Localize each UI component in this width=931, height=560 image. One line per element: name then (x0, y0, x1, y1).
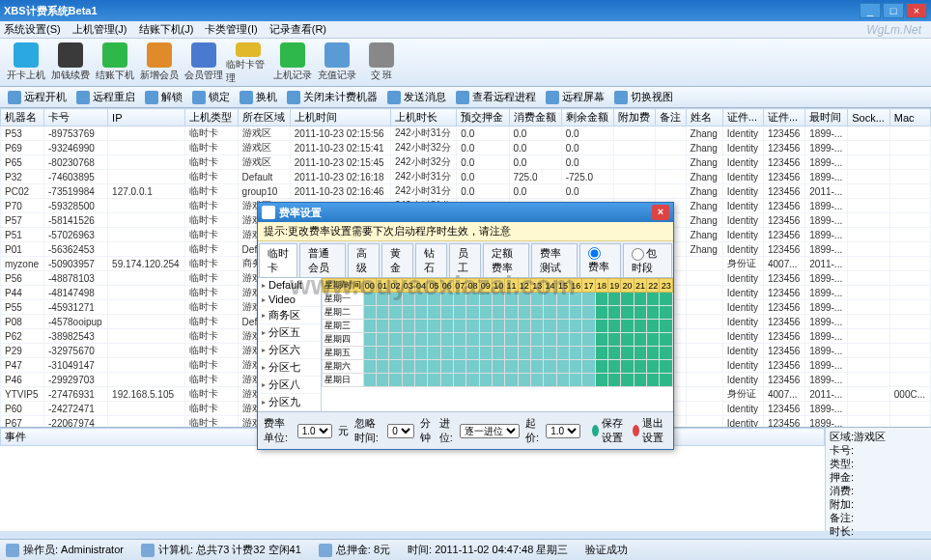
column-header[interactable]: 上机时间 (290, 109, 390, 126)
table-row[interactable]: P69-93246990临时卡游戏区2011-10-23 02:15:41242… (1, 141, 931, 155)
zone-item[interactable]: 商务区 (258, 307, 321, 324)
money-icon (319, 544, 332, 557)
step-label: 进位: (439, 416, 454, 445)
column-header[interactable]: IP (108, 109, 185, 126)
zone-item[interactable]: 分区五 (258, 324, 321, 342)
dialog-tab[interactable]: 高级 (348, 243, 380, 277)
exit-settings-button[interactable]: 退出设置 (633, 416, 667, 445)
toolbar2-button[interactable]: 远程重启 (74, 90, 137, 104)
zone-item[interactable]: Video (258, 293, 321, 307)
statusbar: 操作员: Administrator 计算机: 总共73 计费32 空闲41 总… (0, 539, 931, 560)
menubar: 系统设置(S)上机管理(J)结账下机(J)卡类管理(I)记录查看(R) (0, 21, 931, 39)
status-validation: 验证成功 (585, 543, 628, 557)
dialog-close-button[interactable]: × (652, 205, 669, 220)
schedule-grid[interactable]: 星期/时间00010203040506070809101112131415161… (322, 278, 673, 411)
status-deposit: 总押金: 8元 (336, 543, 390, 557)
dialog-tab[interactable]: 普通会员 (299, 243, 346, 277)
column-header[interactable]: 证件... (722, 109, 763, 126)
grace-select[interactable]: 0 (387, 424, 414, 438)
close-button[interactable]: × (906, 3, 927, 18)
menu-item[interactable]: 上机管理(J) (72, 22, 127, 37)
toolbar-button[interactable]: 新增会员 (137, 41, 182, 85)
step-select[interactable]: 逐一进位 (460, 424, 520, 438)
column-header[interactable]: 所在区域 (238, 109, 290, 126)
toolbar2-button[interactable]: 换机 (238, 90, 279, 104)
rate-dialog: 费率设置 × 提示:更改费率设置需要下次启动程序时生效，请注意 临时卡普通会员高… (257, 202, 674, 450)
zone-item[interactable]: 分区八 (258, 377, 321, 394)
dialog-tab[interactable]: 黄金 (381, 243, 413, 277)
detail-field: 卡号: (830, 443, 927, 457)
dialog-radio[interactable]: 包时段 (623, 243, 672, 277)
toolbar2-button[interactable]: 锁定 (190, 90, 232, 104)
status-time: 时间: 2011-11-02 04:47:48 星期三 (408, 543, 568, 557)
column-header[interactable]: 备注 (655, 109, 686, 126)
zone-item[interactable]: 分区九 (258, 394, 321, 411)
toolbar-button[interactable]: 加钱续费 (48, 41, 93, 85)
dialog-footer: 费率单位: 1.0 元 忽略时间: 0 分钟 进位: 逐一进位 起价: 1.0 … (258, 411, 673, 449)
toolbar2-button[interactable]: 远程开机 (6, 90, 69, 104)
column-header[interactable]: 机器名 (1, 109, 44, 126)
column-header[interactable]: 姓名 (686, 109, 722, 126)
save-settings-button[interactable]: 保存设置 (592, 416, 627, 445)
column-header[interactable]: 证件... (763, 109, 804, 126)
dialog-title: 费率设置 (279, 206, 652, 220)
column-header[interactable]: 消费金额 (509, 109, 561, 126)
detail-field: 类型: (830, 457, 927, 470)
table-row[interactable]: PC02-73519984127.0.0.1临时卡group102011-10-… (1, 184, 931, 199)
dialog-tab[interactable]: 定额费率 (483, 243, 529, 277)
menu-item[interactable]: 结账下机(J) (139, 22, 194, 37)
zone-item[interactable]: 分区六 (258, 342, 321, 359)
status-computers: 计算机: 总共73 计费32 空闲41 (158, 543, 301, 557)
menu-item[interactable]: 记录查看(R) (269, 22, 326, 37)
zone-item[interactable]: 分区七 (258, 359, 321, 377)
toolbar-button[interactable]: 充值记录 (315, 41, 359, 85)
gear-icon (262, 206, 275, 219)
window-title: XBS计费系统Beta1 (4, 4, 858, 18)
column-header[interactable]: 卡号 (44, 109, 108, 126)
table-row[interactable]: P32-74603895临时卡Default2011-10-23 02:16:1… (1, 170, 931, 184)
pc-icon (141, 544, 155, 557)
column-header[interactable]: 附加费 (613, 109, 655, 126)
toolbar2-button[interactable]: 解锁 (143, 90, 184, 104)
detail-panel: 区域:游戏区卡号:类型:押金:消费:附加:备注:时长: (825, 428, 931, 531)
menu-item[interactable]: 系统设置(S) (4, 22, 61, 37)
zone-item[interactable]: Default (258, 278, 321, 293)
toolbar-button[interactable]: 会员管理 (182, 41, 226, 85)
column-header[interactable]: 最时间 (805, 109, 848, 126)
toolbar2-button[interactable]: 关闭未计费机器 (285, 90, 380, 104)
detail-field: 备注: (830, 511, 927, 524)
column-header[interactable]: Mac (889, 109, 930, 126)
unit-select[interactable]: 1.0 (297, 424, 332, 438)
start-select[interactable]: 1.0 (546, 424, 580, 438)
toolbar-button[interactable]: 上机记录 (270, 41, 315, 85)
toolbar2-button[interactable]: 切换视图 (612, 90, 675, 104)
toolbar2-button[interactable]: 远程屏幕 (544, 90, 607, 104)
column-header[interactable]: 预交押金 (457, 109, 509, 126)
dialog-tab[interactable]: 费率测试 (531, 243, 578, 277)
toolbar: 开卡上机加钱续费结账下机新增会员会员管理临时卡管理上机记录充值记录交 班 (0, 39, 931, 87)
column-header[interactable]: 上机时长 (390, 109, 456, 126)
column-header[interactable]: 上机类型 (185, 109, 238, 126)
detail-field: 消费: (830, 484, 927, 497)
dialog-tab[interactable]: 员工 (449, 243, 481, 277)
minimize-button[interactable]: _ (860, 3, 881, 18)
grace-label: 忽略时间: (354, 416, 382, 445)
maximize-button[interactable]: □ (883, 3, 904, 18)
dialog-tab[interactable]: 钻石 (415, 243, 447, 277)
titlebar: XBS计费系统Beta1 _ □ × (0, 0, 931, 21)
zone-list[interactable]: DefaultVideo商务区分区五分区六分区七分区八分区九 (258, 278, 322, 411)
table-row[interactable]: P65-80230768临时卡游戏区2011-10-23 02:15:45242… (1, 155, 931, 170)
toolbar2-button[interactable]: 查看远程进程 (454, 90, 538, 104)
menu-item[interactable]: 卡类管理(I) (205, 22, 257, 37)
toolbar2-button[interactable]: 发送消息 (385, 90, 448, 104)
toolbar-button[interactable]: 交 班 (359, 41, 404, 85)
toolbar-button[interactable]: 开卡上机 (4, 41, 48, 85)
status-operator: 操作员: Administrator (23, 543, 124, 557)
column-header[interactable]: Sock... (848, 109, 890, 126)
toolbar-button[interactable]: 结账下机 (93, 41, 137, 85)
toolbar-button[interactable]: 临时卡管理 (226, 41, 270, 85)
column-header[interactable]: 剩余金额 (561, 109, 613, 126)
dialog-tab[interactable]: 临时卡 (259, 243, 297, 277)
table-row[interactable]: P53-89753769临时卡游戏区2011-10-23 02:15:56242… (1, 126, 931, 141)
dialog-radio[interactable]: 费率 (579, 243, 621, 277)
